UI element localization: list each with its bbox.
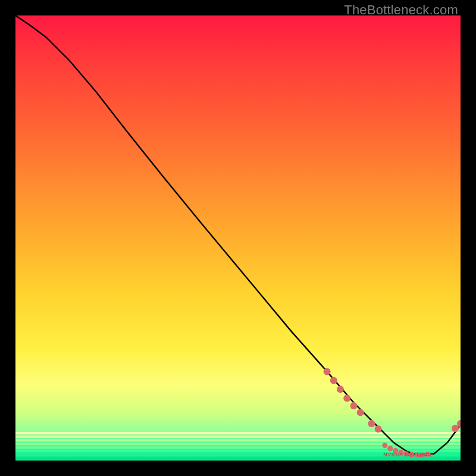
marker-dot (343, 394, 350, 402)
plot-area: NVIDIA GEFORCE (15, 15, 461, 461)
marker-dot (375, 425, 382, 433)
curve-layer (15, 15, 461, 461)
marker-dot (452, 425, 459, 432)
watermark-label: TheBottleneck.com (344, 2, 458, 18)
marker-dot (330, 377, 337, 384)
marker-dot (368, 420, 375, 427)
series-annotation: NVIDIA GEFORCE (383, 452, 433, 458)
marker-dot (357, 409, 364, 416)
chart-stage: NVIDIA GEFORCE TheBottleneck.com (0, 0, 476, 476)
marker-dot (324, 368, 331, 375)
bottleneck-curve (15, 15, 461, 456)
marker-dots (324, 368, 461, 458)
marker-dot (350, 402, 358, 409)
marker-dot (387, 446, 393, 451)
marker-dot (382, 443, 387, 448)
marker-dot (337, 386, 344, 393)
